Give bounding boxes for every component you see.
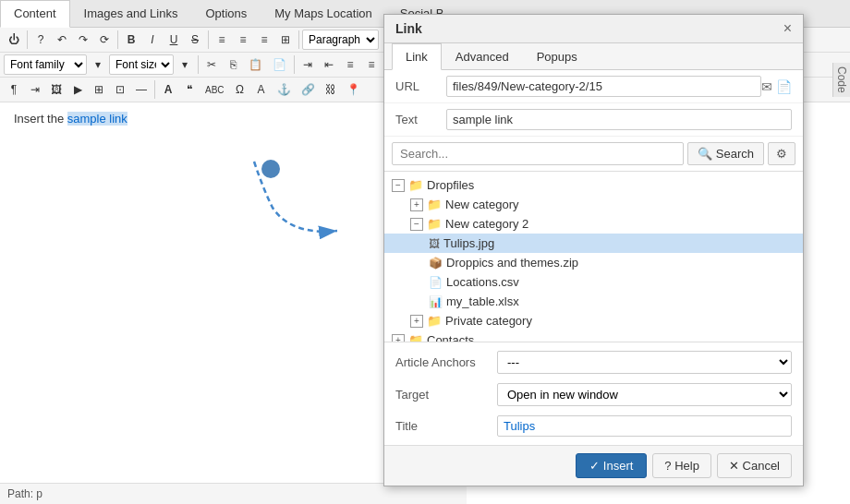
expand-dropfiles[interactable]: − bbox=[392, 179, 405, 192]
article-anchors-select[interactable]: --- bbox=[497, 351, 792, 374]
file-tree[interactable]: − 📁 Dropfiles + 📁 New category − 📁 New c… bbox=[384, 172, 803, 342]
tree-item-contacts[interactable]: + 📁 Contacts bbox=[384, 330, 803, 342]
strikethrough-btn[interactable]: S bbox=[185, 30, 205, 50]
tab-my-maps[interactable]: My Maps Location bbox=[261, 0, 386, 27]
tree-item-new-category[interactable]: + 📁 New category bbox=[384, 195, 803, 214]
color-a-btn[interactable]: A bbox=[158, 79, 178, 100]
custom-btn[interactable]: ⊞ bbox=[275, 30, 296, 50]
tree-item-private[interactable]: + 📁 Private category bbox=[384, 311, 803, 330]
tree-item-my-table[interactable]: 📊 my_table.xlsx bbox=[384, 292, 803, 311]
paste-btn[interactable]: 📋 bbox=[244, 54, 267, 75]
quote-btn[interactable]: ❝ bbox=[179, 79, 200, 100]
title-row: Title bbox=[384, 411, 803, 441]
sep1 bbox=[27, 30, 28, 49]
my-table-label: my_table.xlsx bbox=[446, 294, 519, 308]
modal-tab-link[interactable]: Link bbox=[392, 43, 442, 70]
bold-btn[interactable]: B bbox=[121, 30, 141, 50]
unlink-btn[interactable]: ⛓ bbox=[321, 79, 341, 100]
tree-item-new-category-2[interactable]: − 📁 New category 2 bbox=[384, 214, 803, 234]
tree-item-tulips[interactable]: 🖼 Tulips.jpg bbox=[384, 234, 803, 253]
expand-new-category[interactable]: + bbox=[410, 198, 423, 211]
anchor-btn[interactable]: ⚓ bbox=[273, 79, 296, 100]
align-right-btn[interactable]: ≡ bbox=[254, 30, 274, 50]
folder-icon-new-category: 📁 bbox=[427, 198, 442, 211]
sep7 bbox=[154, 80, 155, 99]
font-family-select[interactable]: Font family bbox=[4, 54, 87, 75]
power-btn[interactable]: ⏻ bbox=[4, 30, 24, 50]
align-left-btn[interactable]: ≡ bbox=[212, 30, 232, 50]
title-label: Title bbox=[395, 419, 497, 433]
help-btn[interactable]: ? bbox=[30, 30, 51, 50]
insert-button[interactable]: ✓ Insert bbox=[576, 453, 648, 478]
indent-btn[interactable]: ⇥ bbox=[298, 54, 318, 75]
image-btn[interactable]: 🖼 bbox=[46, 79, 67, 100]
italic-btn[interactable]: I bbox=[142, 30, 163, 50]
mail-icon[interactable]: ✉ bbox=[761, 79, 772, 94]
modal-close-button[interactable]: × bbox=[783, 20, 792, 37]
expand-private[interactable]: + bbox=[410, 315, 423, 328]
search-button[interactable]: 🔍 Search bbox=[687, 142, 764, 165]
tree-item-droppics[interactable]: 📦 Droppics and themes.zip bbox=[384, 253, 803, 272]
target-select[interactable]: Open in new window bbox=[497, 383, 792, 406]
settings-button[interactable]: ⚙ bbox=[768, 142, 795, 165]
tab-btn[interactable]: ⇥ bbox=[25, 79, 45, 100]
file-icon-my-table: 📊 bbox=[429, 295, 443, 308]
tree-item-dropfiles[interactable]: − 📁 Dropfiles bbox=[384, 175, 803, 195]
url-input[interactable] bbox=[446, 76, 761, 97]
tab-options[interactable]: Options bbox=[191, 0, 261, 27]
paragraph-select[interactable]: Paragraph bbox=[302, 30, 379, 50]
map-btn[interactable]: 📍 bbox=[342, 79, 365, 100]
modal-tab-advanced[interactable]: Advanced bbox=[442, 43, 523, 70]
table-btn[interactable]: ⊞ bbox=[89, 79, 109, 100]
cut-btn[interactable]: ✂ bbox=[201, 54, 222, 75]
new-category-label: New category bbox=[445, 198, 518, 211]
url-row: URL ✉ 📄 bbox=[384, 70, 803, 103]
cancel-button[interactable]: ✕ Cancel bbox=[717, 453, 792, 478]
special-char-btn[interactable]: Ω bbox=[230, 79, 250, 100]
title-input[interactable] bbox=[497, 415, 792, 437]
align-center-btn[interactable]: ≡ bbox=[233, 30, 253, 50]
code-label[interactable]: Code bbox=[832, 63, 850, 97]
list-ol-btn[interactable]: ≡ bbox=[340, 54, 360, 75]
undo-btn[interactable]: ↶ bbox=[52, 30, 72, 50]
text-input[interactable] bbox=[446, 109, 792, 130]
dropfiles-label: Dropfiles bbox=[427, 178, 474, 192]
modal-footer: ✓ Insert ? Help ✕ Cancel bbox=[384, 445, 803, 486]
folder-icon-new-category-2: 📁 bbox=[427, 217, 442, 231]
sep3 bbox=[208, 30, 209, 49]
modal-tab-popups[interactable]: Popups bbox=[523, 43, 591, 70]
file-icon[interactable]: 📄 bbox=[776, 79, 792, 94]
file-icon-locations: 📄 bbox=[429, 276, 443, 289]
tab-images-links[interactable]: Images and Links bbox=[70, 0, 192, 27]
para-btn[interactable]: ¶ bbox=[4, 79, 24, 100]
insert-label: Insert bbox=[603, 459, 634, 473]
refresh-btn[interactable]: ⟳ bbox=[94, 30, 115, 50]
sep4 bbox=[298, 30, 299, 49]
underline-btn[interactable]: U bbox=[164, 30, 184, 50]
template-btn[interactable]: ⊡ bbox=[110, 79, 130, 100]
text-dir-btn[interactable]: A bbox=[251, 79, 272, 100]
paste-text-btn[interactable]: 📄 bbox=[268, 54, 291, 75]
hr-btn[interactable]: — bbox=[131, 79, 152, 100]
article-anchors-row: Article Anchors --- bbox=[384, 346, 803, 378]
list-ul-btn[interactable]: ≡ bbox=[361, 54, 382, 75]
search-input[interactable] bbox=[392, 142, 684, 165]
file-icon-droppics: 📦 bbox=[429, 257, 443, 270]
link-btn[interactable]: 🔗 bbox=[297, 79, 320, 100]
font-family-dropdown[interactable]: ▾ bbox=[88, 54, 108, 75]
folder-icon-private: 📁 bbox=[427, 314, 442, 328]
tab-content[interactable]: Content bbox=[0, 0, 70, 28]
abbr-btn[interactable]: ABC bbox=[200, 79, 229, 100]
search-area: 🔍 Search ⚙ bbox=[384, 137, 803, 172]
font-size-dropdown[interactable]: ▾ bbox=[175, 54, 195, 75]
redo-btn[interactable]: ↷ bbox=[73, 30, 93, 50]
media-btn[interactable]: ▶ bbox=[67, 79, 88, 100]
font-size-select[interactable]: Font size bbox=[109, 54, 174, 75]
expand-new-category-2[interactable]: − bbox=[410, 218, 423, 231]
expand-contacts[interactable]: + bbox=[392, 334, 405, 343]
locations-label: Locations.csv bbox=[446, 275, 519, 289]
help-button[interactable]: ? Help bbox=[652, 453, 711, 478]
tree-item-locations[interactable]: 📄 Locations.csv bbox=[384, 272, 803, 292]
outdent-btn[interactable]: ⇤ bbox=[319, 54, 339, 75]
copy-btn[interactable]: ⎘ bbox=[223, 54, 243, 75]
